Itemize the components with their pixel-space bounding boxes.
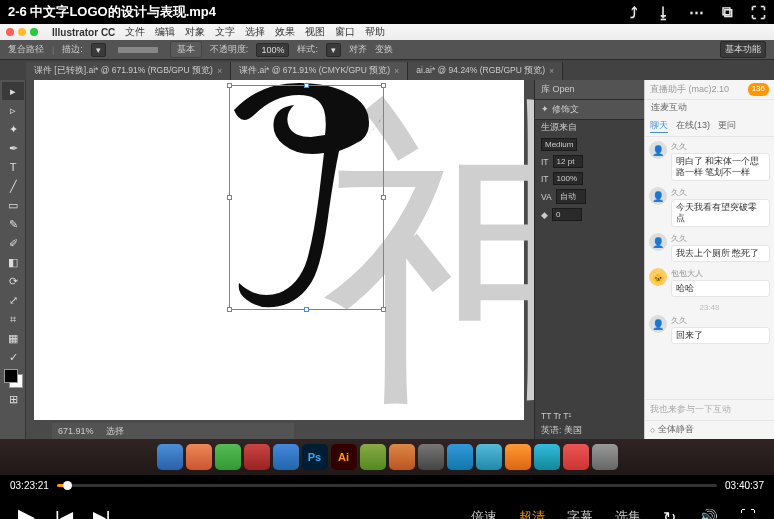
dock-app[interactable] xyxy=(534,444,560,470)
dock-app[interactable] xyxy=(505,444,531,470)
rect-tool[interactable]: ▭ xyxy=(2,196,24,214)
more-icon[interactable]: ⋯ xyxy=(689,3,704,21)
episodes-button[interactable]: 选集 xyxy=(615,508,641,519)
kerning[interactable]: 自动 xyxy=(556,189,586,204)
max-dot[interactable] xyxy=(30,28,38,36)
eyedropper-tool[interactable]: ✓ xyxy=(2,348,24,366)
style-field[interactable]: ▾ xyxy=(326,43,341,57)
avatar[interactable]: 👤 xyxy=(649,233,667,251)
loop-icon[interactable]: ↻ xyxy=(663,508,676,520)
avatar[interactable]: 👤 xyxy=(649,315,667,333)
line-tool[interactable]: ╱ xyxy=(2,177,24,195)
menu-edit[interactable]: 编辑 xyxy=(155,25,175,39)
artboard[interactable]: 神 xyxy=(34,80,524,420)
eraser-tool[interactable]: ◧ xyxy=(2,253,24,271)
play-button[interactable]: ▶ xyxy=(18,504,35,519)
opacity-field[interactable]: 100% xyxy=(256,43,289,57)
prev-button[interactable]: I◀ xyxy=(55,507,73,520)
screen-mode[interactable]: ⊞ xyxy=(2,390,24,408)
subtitle-button[interactable]: 字幕 xyxy=(567,508,593,519)
align-link[interactable]: 对齐 xyxy=(349,43,367,56)
selection-tool[interactable]: ▸ xyxy=(2,82,24,100)
width-tool[interactable]: ⌗ xyxy=(2,310,24,328)
menu-select[interactable]: 选择 xyxy=(245,25,265,39)
close-icon[interactable]: × xyxy=(217,66,222,76)
dock-app[interactable] xyxy=(418,444,444,470)
pip-icon[interactable]: ⧉ xyxy=(722,3,733,21)
tab-1[interactable]: 课件.ai* @ 671.91% (CMYK/GPU 预览)× xyxy=(231,62,408,80)
lang-select[interactable]: 英语: 美国 xyxy=(541,425,582,437)
font-size[interactable]: 12 pt xyxy=(553,155,583,168)
menu-window[interactable]: 窗口 xyxy=(335,25,355,39)
dock-app[interactable] xyxy=(273,444,299,470)
min-dot[interactable] xyxy=(18,28,26,36)
progress-thumb[interactable] xyxy=(63,481,72,490)
chat-body[interactable]: 👤久久明白了 和宋体一个思路一样 笔划不一样 👤久久今天我看有望突破零点 👤久久… xyxy=(645,137,774,399)
direct-select-tool[interactable]: ▹ xyxy=(2,101,24,119)
chat-tab-online[interactable]: 在线(13) xyxy=(676,119,710,133)
close-icon[interactable]: × xyxy=(549,66,554,76)
avatar[interactable]: 👤 xyxy=(649,141,667,159)
speed-button[interactable]: 倍速 xyxy=(471,508,497,519)
expand-icon[interactable]: ⛶ xyxy=(751,4,766,21)
pen-tool[interactable]: ✒ xyxy=(2,139,24,157)
chat-tab-chat[interactable]: 聊天 xyxy=(650,119,668,133)
fill-stroke-swatch[interactable] xyxy=(4,369,24,387)
rotate-tool[interactable]: ⟳ xyxy=(2,272,24,290)
quality-button[interactable]: 超清 xyxy=(519,508,545,519)
dock-ps[interactable]: Ps xyxy=(302,444,328,470)
leading[interactable]: 100% xyxy=(553,172,583,185)
gradient-tool[interactable]: ▦ xyxy=(2,329,24,347)
canvas-area[interactable]: 神 671.91% 选择 xyxy=(26,80,534,439)
chat-input[interactable]: 我也来参与一下互动 xyxy=(645,399,774,420)
menu-file[interactable]: 文件 xyxy=(125,25,145,39)
brush-tool[interactable]: ✎ xyxy=(2,215,24,233)
fullscreen-icon[interactable]: ⛶ xyxy=(740,508,756,519)
selection-bbox[interactable] xyxy=(229,85,384,310)
stroke-weight-bar[interactable] xyxy=(118,47,158,53)
menu-view[interactable]: 视图 xyxy=(305,25,325,39)
menu-object[interactable]: 对象 xyxy=(185,25,205,39)
dock-app[interactable] xyxy=(389,444,415,470)
progress-bar[interactable] xyxy=(57,484,717,487)
share-icon[interactable]: ⤴ xyxy=(630,4,638,21)
volume-icon[interactable]: 🔊 xyxy=(698,508,718,520)
workspace-switch[interactable]: 基本功能 xyxy=(720,41,766,58)
font-search[interactable]: 生源来自 xyxy=(541,122,577,134)
dock-app[interactable] xyxy=(215,444,241,470)
dock-app[interactable] xyxy=(157,444,183,470)
tracking[interactable]: 0 xyxy=(552,208,582,221)
download-icon[interactable]: ⭳ xyxy=(656,4,671,21)
menu-effect[interactable]: 效果 xyxy=(275,25,295,39)
next-button[interactable]: ▶I xyxy=(93,507,111,520)
dock-app[interactable] xyxy=(186,444,212,470)
dock-app[interactable] xyxy=(244,444,270,470)
mute-all[interactable]: ○全体静音 xyxy=(645,420,774,439)
tab-2[interactable]: ai.ai* @ 94.24% (RGB/GPU 预览)× xyxy=(408,62,563,80)
dock-ai[interactable]: Ai xyxy=(331,444,357,470)
type-tool[interactable]: T xyxy=(2,158,24,176)
dock-app[interactable] xyxy=(360,444,386,470)
wand-tool[interactable]: ✦ xyxy=(2,120,24,138)
dock-app[interactable] xyxy=(476,444,502,470)
menu-type[interactable]: 文字 xyxy=(215,25,235,39)
avatar[interactable]: 🐱 xyxy=(649,268,667,286)
font-weight[interactable]: Medium xyxy=(541,138,577,151)
zoom-level[interactable]: 671.91% xyxy=(58,426,94,436)
panel-libraries[interactable]: 库 Open xyxy=(535,80,644,100)
panel-char[interactable]: ✦ 修饰文 xyxy=(535,100,644,120)
pencil-tool[interactable]: ✐ xyxy=(2,234,24,252)
dock-app[interactable] xyxy=(447,444,473,470)
scale-tool[interactable]: ⤢ xyxy=(2,291,24,309)
close-dot[interactable] xyxy=(6,28,14,36)
tab-0[interactable]: 课件 [已转换].ai* @ 671.91% (RGB/GPU 预览)× xyxy=(26,62,231,80)
chat-tab-qa[interactable]: 更问 xyxy=(718,119,736,133)
stroke-profile[interactable]: 基本 xyxy=(170,41,202,58)
menu-help[interactable]: 帮助 xyxy=(365,25,385,39)
dock-app[interactable] xyxy=(592,444,618,470)
avatar[interactable]: 👤 xyxy=(649,187,667,205)
stroke-field[interactable]: ▾ xyxy=(91,43,106,57)
dock-app[interactable] xyxy=(563,444,589,470)
close-icon[interactable]: × xyxy=(394,66,399,76)
transform-link[interactable]: 变换 xyxy=(375,43,393,56)
